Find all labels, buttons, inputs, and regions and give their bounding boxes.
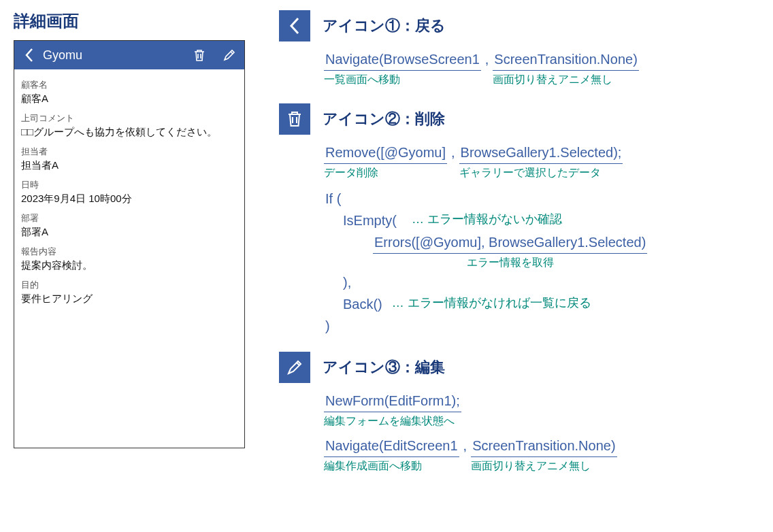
note-edit-3: 画面切り替えアニメ無し (471, 457, 591, 475)
field-label: 顧客名 (21, 79, 237, 91)
trash-icon-box (279, 103, 310, 135)
edit-icon-box (279, 352, 310, 383)
note-delete-1: データ削除 (324, 164, 378, 182)
field-label: 部署 (21, 212, 237, 225)
back-icon-box (279, 10, 310, 41)
field-label: 上司コメント (21, 112, 237, 124)
note-errors: エラー情報を取得 (467, 254, 554, 271)
note-edit-1: 編集フォームを編集状態へ (324, 412, 455, 430)
code-errors: Errors([@Gyomu], BrowseGallery1.Selected… (373, 231, 647, 254)
note-back: … エラー情報がなければ一覧に戻る (392, 293, 591, 313)
phone-header-title: Gyomu (43, 48, 186, 63)
code-newform: NewForm(EditForm1); (324, 390, 461, 412)
field-value: 2023年9月4日 10時00分 (21, 193, 237, 205)
trash-icon[interactable] (191, 47, 208, 63)
code-navigate: Navigate(BrowseScreen1 (324, 48, 481, 71)
field-label: 日時 (21, 179, 237, 191)
field-value: 要件ヒアリング (21, 293, 237, 305)
field-label: 担当者 (21, 146, 237, 158)
code-transition-edit: ScreenTransition.None) (471, 435, 616, 457)
code-final-close: ) (324, 315, 331, 337)
phone-header: Gyomu (14, 41, 244, 69)
field-value: 顧客A (21, 93, 237, 105)
section-title-edit: アイコン③：編集 (323, 357, 445, 378)
field-value: 提案内容検討。 (21, 259, 237, 272)
code-transition: ScreenTransition.None) (493, 48, 638, 71)
comma: , (450, 142, 457, 163)
code-isempty: IsEmpty( (342, 210, 398, 231)
code-back: Back() (342, 293, 384, 315)
code-selected: BrowseGallery1.Selected); (459, 142, 623, 164)
code-navigate-edit: Navigate(EditScreen1 (324, 435, 459, 457)
comma: , (484, 48, 491, 70)
comma: , (462, 435, 469, 456)
page-title: 詳細画面 (14, 10, 245, 32)
note-isempty: … エラー情報がないか確認 (412, 210, 562, 229)
field-label: 報告内容 (21, 246, 237, 258)
section-back: アイコン①：戻る Navigate(BrowseScreen1 一覧画面へ移動 … (279, 10, 759, 88)
section-delete: アイコン②：削除 Remove([@Gyomu] データ削除 , BrowseG… (279, 103, 759, 337)
left-column: 詳細画面 Gyomu 顧客名 顧客A 上司コメント □□グループへも協力を依頼し… (14, 10, 245, 522)
note-edit-2: 編集作成画面へ移動 (324, 457, 422, 475)
note-back-1: 一覧画面へ移動 (324, 71, 400, 88)
section-title-back: アイコン①：戻る (323, 16, 446, 36)
field-value: 担当者A (21, 159, 237, 172)
phone-panel: Gyomu 顧客名 顧客A 上司コメント □□グループへも協力を依頼してください… (14, 40, 245, 448)
field-value: 部署A (21, 226, 237, 239)
field-label: 目的 (21, 279, 237, 291)
edit-icon[interactable] (221, 47, 237, 63)
section-title-delete: アイコン②：削除 (323, 109, 445, 129)
code-close: ), (342, 271, 352, 293)
back-icon[interactable] (21, 47, 37, 63)
code-if: If ( (324, 188, 342, 210)
right-column: アイコン①：戻る Navigate(BrowseScreen1 一覧画面へ移動 … (279, 10, 759, 522)
detail-body: 顧客名 顧客A 上司コメント □□グループへも協力を依頼してください。 担当者 … (14, 69, 244, 312)
field-value: □□グループへも協力を依頼してください。 (21, 126, 237, 139)
note-delete-2: ギャラリーで選択したデータ (459, 164, 601, 182)
note-back-2: 画面切り替えアニメ無し (493, 71, 612, 88)
code-remove: Remove([@Gyomu] (324, 142, 447, 164)
section-edit: アイコン③：編集 NewForm(EditForm1); 編集フォームを編集状態… (279, 352, 759, 475)
